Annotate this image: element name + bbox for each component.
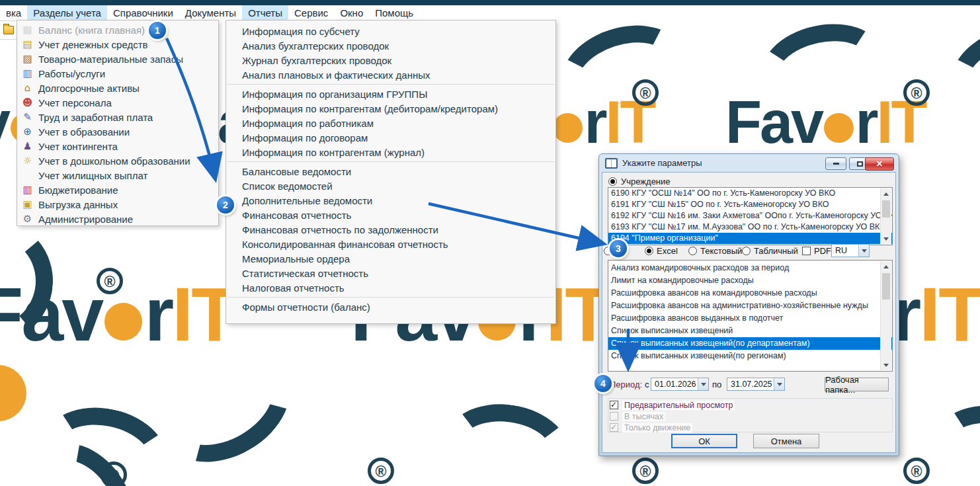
reports-menu-item[interactable]: Информация по субсчету [226, 24, 555, 38]
ok-button[interactable]: ОК [671, 434, 737, 448]
sections-menu-item-label: Учет в образовании [38, 126, 130, 138]
sections-menu-item[interactable]: Учет жилищных выплат [17, 168, 218, 182]
sections-menu: ▦ Баланс (книга главная) ▤ Учет денежных… [17, 20, 219, 226]
scroll-down-icon[interactable] [881, 233, 891, 244]
report-row[interactable]: Список выписанных извещений(по департаме… [608, 337, 892, 350]
scrollbar-thumb[interactable] [882, 200, 890, 218]
chevron-down-icon[interactable] [858, 245, 869, 257]
close-button[interactable]: × [865, 157, 894, 171]
reports-menu-item[interactable]: Балансовые ведомости [226, 164, 555, 179]
report-row[interactable]: Лимит на командировочные расходы [608, 274, 892, 287]
reports-menu-item[interactable] [227, 84, 554, 85]
radio-off-icon [688, 247, 697, 255]
format-radio-excel[interactable]: Excel [645, 244, 678, 257]
organization-row[interactable]: 6191 КГУ "СШ №15" ОО по г. Усть-Каменого… [608, 199, 892, 210]
pdf-checkbox[interactable]: PDF [802, 244, 831, 257]
sections-menu-item[interactable]: ☼ Учет в дошкольном образовании [17, 153, 218, 168]
reports-menu-item[interactable]: Консолидированная финансовая отчетность [226, 237, 555, 251]
work-folder-button[interactable]: Рабочая папка... [825, 378, 889, 391]
registered-trademark-icon: ® [632, 79, 659, 106]
sections-menu-item[interactable]: ⚙ Администрирование [17, 212, 218, 226]
chevron-down-icon[interactable] [774, 378, 784, 390]
reports-menu-item[interactable]: Анализ плановых и фактических данных [226, 67, 555, 82]
sections-menu-item[interactable]: ⊕ Учет в образовании [17, 124, 218, 139]
none [22, 170, 33, 181]
period-to-datepicker[interactable]: 31.07.2025 [727, 378, 785, 391]
sections-menu-item[interactable]: ▣ Выгрузка данных [17, 197, 218, 212]
report-row[interactable]: Расшифровка авансов на административно-х… [608, 300, 892, 312]
organization-row[interactable]: 6194 "Пример организации" [608, 233, 892, 244]
reports-menu-item[interactable]: Дополнительные ведомости [226, 193, 555, 208]
reports-menu-item[interactable]: Журнал бухгалтерских проводок [226, 53, 555, 67]
sections-menu-item[interactable]: ▥ Работы/услуги [17, 66, 218, 81]
menubar-item[interactable]: вка [0, 5, 27, 20]
language-value: RU [832, 246, 858, 255]
reports-menu-item[interactable]: Анализ бухгалтерских проводок [226, 38, 555, 53]
menubar-item[interactable]: Документы [179, 5, 242, 20]
report-row[interactable]: Расшифровка авансов на командировочные р… [608, 287, 892, 300]
reports-menu-item[interactable]: Формы отчетности (баланс) [226, 300, 555, 314]
report-row[interactable]: Список выписанных извещений(по регионам) [608, 350, 892, 362]
reports-menu-item[interactable]: Мемориальные ордера [226, 251, 555, 266]
period-from-datepicker[interactable]: 01.01.2026 [651, 378, 709, 391]
reports-menu-item[interactable] [227, 161, 554, 162]
chevron-down-icon[interactable] [698, 378, 708, 390]
sections-menu-item[interactable]: ⌂ Долгосрочные активы [17, 81, 218, 95]
cancel-button[interactable]: Отмена [753, 434, 819, 448]
reports-menu-item[interactable]: Список ведомостей [226, 179, 555, 193]
reports-menu-item[interactable]: Информация по контрагентам (журнал) [226, 145, 555, 159]
reports-menu-item[interactable] [227, 297, 554, 298]
report-scrollbar[interactable] [880, 261, 891, 370]
format-radio-text[interactable]: Текстовый [688, 244, 742, 257]
menubar-item[interactable]: Окно [334, 5, 369, 20]
assets-icon: ⌂ [22, 83, 33, 94]
minimize-button[interactable] [825, 157, 846, 170]
organization-list: 6190 КГУ "ОСШ №14" ОО по г. Усть-Каменог… [608, 187, 893, 245]
sections-menu-item[interactable]: ▤ Учет денежных средств [17, 37, 218, 52]
reports-menu-item[interactable]: Информация по работникам [226, 116, 555, 130]
format-radio-table[interactable]: Табличный [742, 244, 798, 257]
sections-menu-item[interactable]: ♟ Учет контингента [17, 139, 218, 153]
reports-menu-item-label: Информация по договорам [242, 132, 368, 143]
organization-row[interactable]: 6192 КГУ "СШ №16 им. Заки Ахметова" ООпо… [608, 210, 892, 222]
menubar-item[interactable]: Разделы учета [27, 5, 107, 20]
reports-menu-item[interactable]: Налоговая отчетность [226, 280, 555, 295]
report-row[interactable]: Анализ командировочных расходов за перио… [608, 262, 892, 274]
reports-menu-item[interactable]: Информация по контрагентам (дебиторам/кр… [226, 101, 555, 116]
radio-on-icon [608, 177, 617, 186]
option-checkbox-label: В тысячах [622, 412, 665, 421]
language-combobox[interactable]: RU [831, 244, 870, 257]
organization-row[interactable]: 6190 КГУ "ОСШ №14" ОО по г. Усть-Каменог… [608, 188, 892, 199]
menubar-item[interactable]: Справочники [107, 5, 179, 20]
reports-menu-item[interactable]: Финансовая отчетность по задолженности [226, 222, 555, 237]
sections-menu-item[interactable]: ✎ Труд и заработная плата [17, 110, 218, 124]
report-row[interactable]: Список выписанных извещений [608, 325, 892, 337]
scroll-down-icon[interactable] [881, 360, 891, 370]
report-row[interactable]: Расшифровка авансов выданных в подотчет [608, 312, 892, 325]
option-checkbox[interactable]: Предварительный просмотр [610, 400, 735, 410]
minimize-icon [833, 163, 839, 165]
scroll-up-icon[interactable] [881, 261, 891, 272]
reports-menu-item[interactable]: Финансовая отчетность [226, 208, 555, 222]
scrollbar-thumb[interactable] [882, 273, 890, 300]
organization-scrollbar[interactable] [880, 188, 891, 244]
reports-menu-item[interactable]: Информация по организациям ГРУППЫ [226, 87, 555, 101]
menubar-item[interactable]: Отчеты [242, 5, 288, 20]
institution-radio[interactable]: Учреждение [608, 177, 671, 186]
report-list: Анализ командировочных расходов за перио… [608, 260, 893, 372]
sections-menu-item[interactable]: ▨ Товарно-материальные запасы [17, 52, 218, 66]
sections-menu-item[interactable]: ☻ Учет персонала [17, 95, 218, 110]
toolbar-folder-icon[interactable] [3, 26, 14, 34]
maximize-icon [857, 161, 863, 167]
watermark-o-dot [104, 303, 143, 341]
menubar-item[interactable]: Помощь [369, 5, 419, 20]
scroll-up-icon[interactable] [881, 188, 891, 199]
sections-menu-item[interactable]: ▥ Бюджетирование [17, 182, 218, 197]
organization-row[interactable]: 6193 КГУ "СШ №17 им. М.Ауэзова" ОО по г.… [608, 222, 892, 233]
reports-menu-item[interactable]: Информация по договорам [226, 130, 555, 145]
radio-off-icon [742, 247, 751, 255]
menubar-item[interactable]: Сервис [288, 5, 334, 20]
sections-menu-item-label: Выгрузка данных [38, 199, 118, 210]
checkbox-off-icon [802, 247, 811, 255]
reports-menu-item[interactable]: Статистическая отчетность [226, 266, 555, 280]
